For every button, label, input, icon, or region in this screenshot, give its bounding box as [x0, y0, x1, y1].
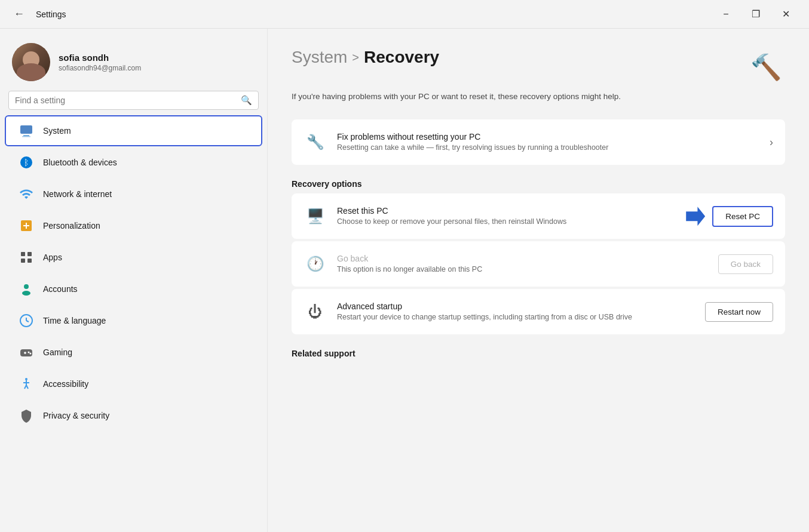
breadcrumb-parent: System [292, 48, 347, 67]
fix-problems-row[interactable]: 🔧 Fix problems without resetting your PC… [292, 119, 785, 165]
sidebar-item-label-bluetooth: Bluetooth & devices [43, 158, 117, 167]
advanced-startup-icon: ⏻ [304, 300, 327, 324]
page-title: Recovery [364, 48, 439, 67]
advanced-startup-row: ⏻ Advanced startup Restart your device t… [292, 289, 785, 334]
accounts-nav-icon [18, 281, 35, 297]
sidebar-item-label-system: System [43, 126, 71, 136]
sidebar-item-label-accessibility: Accessibility [43, 379, 88, 389]
breadcrumb: System > Recovery [292, 48, 439, 67]
advanced-startup-desc: Restart your device to change startup se… [337, 312, 695, 323]
nav-list: SystemᛒBluetooth & devicesNetwork & inte… [0, 115, 267, 432]
reset-pc-text: Reset this PC Choose to keep or remove y… [337, 206, 676, 227]
sidebar-item-apps[interactable]: Apps [5, 242, 262, 273]
go-back-button: Go back [718, 254, 773, 274]
sidebar-item-label-gaming: Gaming [43, 348, 72, 357]
bluetooth-nav-icon: ᛒ [18, 154, 35, 171]
reset-pc-row: 🖥️ Reset this PC Choose to keep or remov… [292, 193, 785, 239]
sidebar-item-label-apps: Apps [43, 253, 62, 262]
back-button[interactable]: ← [10, 5, 29, 24]
page-icon: 🔨 [747, 48, 785, 86]
svg-text:ᛒ: ᛒ [24, 158, 29, 167]
user-email: sofiasondh94@gmail.com [59, 64, 141, 72]
svg-rect-1 [23, 135, 29, 136]
app-body: sofia sondh sofiasondh94@gmail.com 🔍 Sys… [0, 29, 809, 532]
reset-pc-button[interactable]: Reset PC [712, 206, 773, 227]
svg-rect-10 [21, 259, 25, 263]
privacy-nav-icon [18, 407, 35, 424]
breadcrumb-separator: > [352, 51, 359, 64]
search-icon: 🔍 [241, 95, 252, 106]
sidebar-item-accessibility[interactable]: Accessibility [5, 368, 262, 399]
svg-point-22 [25, 378, 27, 380]
go-back-icon: 🕐 [304, 252, 327, 276]
sidebar-item-privacy[interactable]: Privacy & security [5, 400, 262, 431]
fix-problems-action: › [770, 136, 773, 149]
reset-pc-action: Reset PC [686, 206, 773, 227]
advanced-startup-text: Advanced startup Restart your device to … [337, 302, 695, 323]
time-nav-icon [18, 312, 35, 329]
reset-icon: 🖥️ [304, 204, 327, 228]
reset-pc-desc: Choose to keep or remove your personal f… [337, 217, 676, 227]
go-back-title: Go back [337, 254, 709, 263]
user-name: sofia sondh [59, 53, 141, 63]
svg-point-20 [28, 352, 30, 353]
page-header: System > Recovery 🔨 [292, 48, 785, 86]
svg-rect-8 [21, 252, 25, 256]
svg-point-21 [30, 353, 32, 355]
sidebar-item-label-personalization: Personalization [43, 221, 100, 230]
sidebar-item-personalization[interactable]: Personalization [5, 210, 262, 241]
arrow-right-icon [686, 207, 705, 226]
search-box[interactable]: 🔍 [8, 91, 259, 110]
personalization-nav-icon [18, 217, 35, 234]
chevron-right-icon: › [770, 136, 773, 149]
search-input[interactable] [15, 96, 236, 105]
wrench-icon: 🔧 [304, 130, 327, 154]
restart-now-button[interactable]: Restart now [705, 302, 773, 322]
minimize-button[interactable]: − [712, 5, 740, 24]
go-back-card: 🕐 Go back This option is no longer avail… [292, 241, 785, 287]
fix-problems-desc: Resetting can take a while — first, try … [337, 143, 760, 153]
svg-rect-9 [27, 252, 32, 256]
system-nav-icon [18, 122, 35, 139]
svg-rect-0 [20, 125, 32, 134]
fix-problems-text: Fix problems without resetting your PC R… [337, 132, 760, 153]
apps-nav-icon [18, 249, 35, 266]
sidebar-item-label-accounts: Accounts [43, 284, 78, 294]
svg-line-26 [26, 385, 28, 389]
accessibility-nav-icon [18, 376, 35, 392]
sidebar-item-label-network: Network & internet [43, 189, 112, 199]
sidebar-item-accounts[interactable]: Accounts [5, 273, 262, 305]
svg-point-12 [24, 284, 29, 289]
svg-line-16 [26, 321, 29, 322]
user-info: sofia sondh sofiasondh94@gmail.com [59, 53, 141, 72]
avatar-image [12, 43, 50, 81]
user-section[interactable]: sofia sondh sofiasondh94@gmail.com [0, 29, 267, 91]
fix-problems-card[interactable]: 🔧 Fix problems without resetting your PC… [292, 119, 785, 165]
svg-rect-11 [27, 259, 32, 263]
go-back-text: Go back This option is no longer availab… [337, 254, 709, 275]
advanced-startup-card: ⏻ Advanced startup Restart your device t… [292, 289, 785, 334]
maximize-button[interactable]: ❐ [742, 5, 770, 24]
window-title: Settings [36, 10, 66, 19]
close-button[interactable]: ✕ [772, 5, 799, 24]
related-support-title: Related support [292, 349, 785, 358]
sidebar-item-network[interactable]: Network & internet [5, 179, 262, 210]
page-description: If you're having problems with your PC o… [292, 91, 785, 103]
sidebar-item-gaming[interactable]: Gaming [5, 337, 262, 368]
sidebar-item-bluetooth[interactable]: ᛒBluetooth & devices [5, 147, 262, 178]
go-back-action: Go back [718, 254, 773, 274]
fix-problems-title: Fix problems without resetting your PC [337, 132, 760, 142]
gaming-nav-icon [18, 344, 35, 361]
reset-pc-card: 🖥️ Reset this PC Choose to keep or remov… [292, 193, 785, 239]
avatar [12, 43, 50, 81]
advanced-startup-action: Restart now [705, 302, 773, 322]
sidebar-item-time[interactable]: Time & language [5, 305, 262, 336]
recovery-options-title: Recovery options [292, 179, 785, 189]
main-content: System > Recovery 🔨 If you're having pro… [268, 29, 809, 532]
title-bar-left: ← Settings [10, 5, 66, 24]
network-nav-icon [18, 186, 35, 202]
sidebar-item-label-privacy: Privacy & security [43, 411, 109, 420]
sidebar-item-system[interactable]: System [5, 115, 262, 146]
reset-pc-title: Reset this PC [337, 206, 676, 216]
sidebar: sofia sondh sofiasondh94@gmail.com 🔍 Sys… [0, 29, 268, 532]
